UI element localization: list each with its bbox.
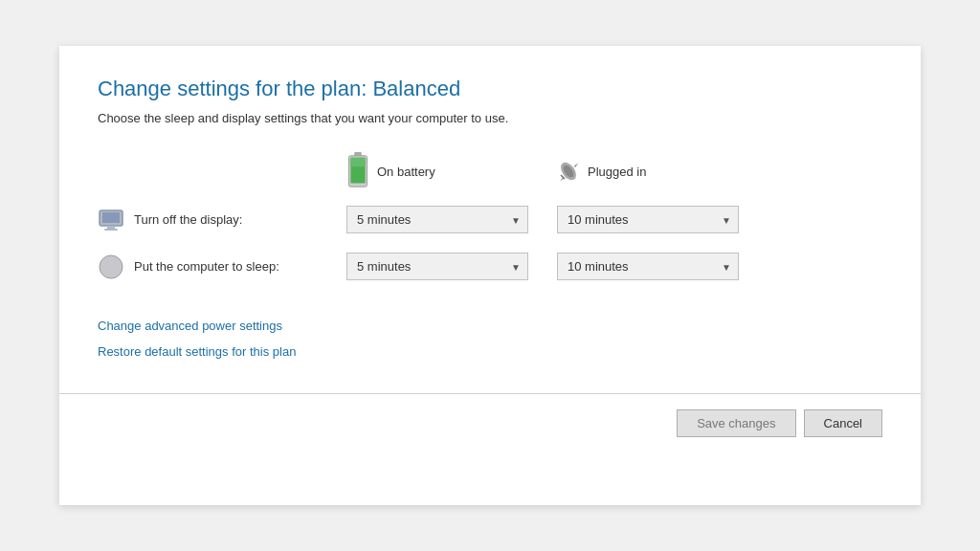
sleep-row: Put the computer to sleep: 1 minute 2 mi… — [98, 253, 882, 280]
sleep-battery-select-wrapper: 1 minute 2 minutes 3 minutes 5 minutes 1… — [346, 253, 528, 280]
sleep-plugged-select-wrapper: 1 minute 2 minutes 3 minutes 5 minutes 1… — [557, 253, 739, 280]
display-label: Turn off the display: — [134, 212, 242, 227]
settings-window: Change settings for the plan: Balanced C… — [59, 46, 921, 505]
display-plugged-select[interactable]: 1 minute 2 minutes 3 minutes 5 minutes 1… — [557, 206, 739, 233]
sleep-row-label: Put the computer to sleep: — [98, 253, 346, 280]
column-headers: On battery Plugged in — [346, 152, 882, 190]
battery-column-header: On battery — [346, 152, 557, 190]
display-row: Turn off the display: 1 minute 2 minutes… — [98, 206, 882, 233]
plugged-icon — [557, 152, 580, 190]
display-row-label: Turn off the display: — [98, 207, 346, 233]
svg-rect-10 — [102, 212, 120, 223]
display-battery-select[interactable]: 1 minute 2 minutes 3 minutes 5 minutes 1… — [346, 206, 528, 233]
svg-marker-7 — [574, 163, 579, 167]
save-changes-button[interactable]: Save changes — [677, 409, 795, 437]
advanced-power-settings-link[interactable]: Change advanced power settings — [98, 319, 882, 333]
svg-rect-0 — [354, 152, 362, 156]
display-plugged-select-wrapper: 1 minute 2 minutes 3 minutes 5 minutes 1… — [557, 206, 739, 233]
sleep-battery-select[interactable]: 1 minute 2 minutes 3 minutes 5 minutes 1… — [346, 253, 528, 280]
display-battery-select-wrapper: 1 minute 2 minutes 3 minutes 5 minutes 1… — [346, 206, 528, 233]
sleep-icon — [98, 253, 124, 280]
links-section: Change advanced power settings Restore d… — [98, 319, 882, 370]
battery-label: On battery — [377, 165, 435, 179]
svg-point-13 — [100, 255, 122, 278]
svg-rect-3 — [350, 158, 365, 167]
page-title: Change settings for the plan: Balanced — [98, 77, 882, 101]
plugged-label: Plugged in — [588, 165, 646, 179]
restore-defaults-link[interactable]: Restore default settings for this plan — [98, 344, 882, 359]
svg-rect-12 — [104, 229, 118, 231]
plugged-column-header: Plugged in — [557, 152, 768, 190]
battery-icon — [346, 152, 369, 190]
monitor-icon — [98, 207, 124, 233]
footer: Save changes Cancel — [98, 394, 882, 452]
svg-rect-11 — [107, 226, 115, 229]
cancel-button[interactable]: Cancel — [804, 409, 882, 437]
page-subtitle: Choose the sleep and display settings th… — [98, 111, 882, 125]
sleep-plugged-select[interactable]: 1 minute 2 minutes 3 minutes 5 minutes 1… — [557, 253, 739, 280]
sleep-label: Put the computer to sleep: — [134, 259, 279, 274]
